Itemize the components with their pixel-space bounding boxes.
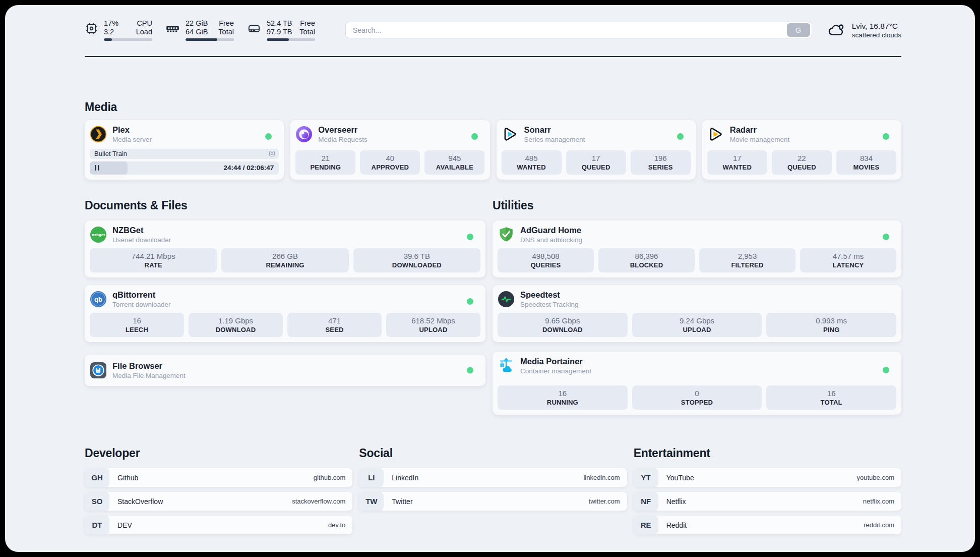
section-documents: Documents & Files nzbget [85,199,485,415]
section-social: Social LI LinkedIn linkedin.com TW Twitt… [359,447,627,511]
cpu-load-label: Load [136,28,152,36]
nzbget-card[interactable]: nzbget NZBGet Usenet downloader 744. [85,220,485,277]
section-entertainment: Entertainment YT YouTube youtube.com NF … [634,447,901,534]
media-heading: Media [85,100,901,114]
disk-free-value: 52.4 TB [267,19,292,28]
plex-card[interactable]: Plex Media server Bullet Train [85,120,284,180]
adguard-card[interactable]: AdGuard Home DNS and adblocking 498,508Q… [493,220,901,277]
bookmark-youtube[interactable]: YT YouTube youtube.com [634,468,901,487]
app-subtitle: Media server [112,136,152,143]
ram-free-value: 22 GiB [186,19,208,28]
portainer-icon [498,357,515,374]
app-title: Radarr [730,125,790,135]
status-dot [471,133,478,140]
status-dot [467,234,473,240]
playback-time: 24:44 / 02:06:47 [223,164,274,172]
github-initials-icon: GH [85,468,109,487]
stat-box: 16TOTAL [766,385,896,410]
stat-box: 40APPROVED [360,150,420,175]
ram-total-value: 64 GiB [186,28,208,36]
bookmark-twitter[interactable]: TW Twitter twitter.com [359,492,627,511]
bookmark-linkedin[interactable]: LI LinkedIn linkedin.com [359,468,627,487]
disk-free-label: Free [299,19,315,28]
playback-progress-bar[interactable]: 24:44 / 02:06:47 [90,161,279,175]
stat-box: 21PENDING [295,150,355,175]
bookmark-dev[interactable]: DT DEV dev.to [85,516,352,534]
cloud-icon [827,21,846,39]
stat-box: 834MOVIES [836,150,896,175]
app-subtitle: Torrent downloader [112,301,171,308]
youtube-initials-icon: YT [634,468,658,487]
pause-icon[interactable] [95,165,99,171]
app-subtitle: Speedtest Tracking [520,301,579,308]
utilities-heading: Utilities [493,199,901,212]
filebrowser-icon [90,362,107,379]
overseerr-icon [295,126,313,143]
ram-total-label: Total [218,28,234,36]
app-title: AdGuard Home [520,226,582,235]
cpu-icon [85,22,98,41]
social-heading: Social [359,447,627,460]
app-subtitle: Media Requests [318,136,368,143]
stat-box: 196SERIES [631,150,691,175]
now-playing-row: Bullet Train [90,149,279,159]
stat-box: 618.52 MbpsUPLOAD [386,313,480,337]
twitter-initials-icon: TW [359,492,384,511]
filebrowser-card[interactable]: File Browser Media File Management [85,355,485,386]
cpu-usage-value: 17% [104,19,118,28]
stat-box: 86,396BLOCKED [598,248,695,272]
nzbget-icon: nzbget [90,226,107,243]
stat-box: 744.21 MbpsRATE [90,248,217,272]
ram-progress-bar [186,38,234,41]
app-title: Sonarr [524,125,585,135]
bookmark-github[interactable]: GH Github github.com [85,468,352,487]
radarr-card[interactable]: Radarr Movie management 17WANTED 22QUEUE… [702,120,901,180]
search-input[interactable] [352,26,787,35]
svg-text:qb: qb [94,296,102,303]
disk-total-label: Total [299,28,315,36]
ram-free-label: Free [218,19,234,28]
qbittorrent-card[interactable]: qb qBittorrent Torrent downloader 16 [85,285,485,342]
speedtest-icon [498,291,515,308]
app-subtitle: Container management [520,367,591,375]
stat-box: 498,508QUERIES [498,248,594,272]
player-settings-icon[interactable] [268,150,276,157]
bookmark-reddit[interactable]: RE Reddit reddit.com [634,516,901,534]
speedtest-card[interactable]: Speedtest Speedtest Tracking 9.65 GbpsDO… [493,285,901,342]
search-engine-button[interactable]: G [787,23,810,37]
sonarr-card[interactable]: Sonarr Series management 485WANTED 17QUE… [497,120,696,180]
reddit-initials-icon: RE [634,516,658,534]
section-media: Media Plex Media server [85,100,901,180]
stat-box: 0.993 msPING [766,313,896,337]
svg-text:nzbget: nzbget [92,233,105,237]
app-title: Speedtest [520,290,579,300]
app-title: Overseerr [318,125,368,135]
developer-heading: Developer [85,447,352,460]
portainer-card[interactable]: Media Portainer Container management 16R… [493,352,901,415]
stat-box: 0STOPPED [632,385,762,410]
app-title: qBittorrent [112,290,171,300]
app-title: Media Portainer [520,357,591,366]
stat-box: 22QUEUED [772,150,832,175]
app-subtitle: Usenet downloader [112,236,171,244]
app-subtitle: DNS and adblocking [520,236,582,244]
status-dot [467,298,473,305]
linkedin-initials-icon: LI [359,468,384,487]
stat-box: 16RUNNING [498,385,628,410]
status-dot [467,367,473,374]
stat-box: 39.6 TBDOWNLOADED [353,248,480,272]
bookmark-netflix[interactable]: NF Netflix netflix.com [634,492,901,511]
stat-box: 2,953FILTERED [699,248,795,272]
header-divider [85,56,901,57]
app-title: File Browser [112,361,186,371]
overseerr-card[interactable]: Overseerr Media Requests 21PENDING 40APP… [290,120,489,180]
stat-box: 47.57 msLATENCY [800,248,896,272]
search-bar: G [345,22,812,38]
bookmark-stackoverflow[interactable]: SO StackOverflow stackoverflow.com [85,492,352,511]
app-subtitle: Series management [524,136,585,143]
netflix-initials-icon: NF [634,492,658,511]
stat-box: 945AVAILABLE [424,150,484,175]
stat-box: 9.65 GbpsDOWNLOAD [498,313,628,337]
weather-location-temp: Lviv, 16.87°C [852,22,901,31]
stackoverflow-initials-icon: SO [85,492,109,511]
